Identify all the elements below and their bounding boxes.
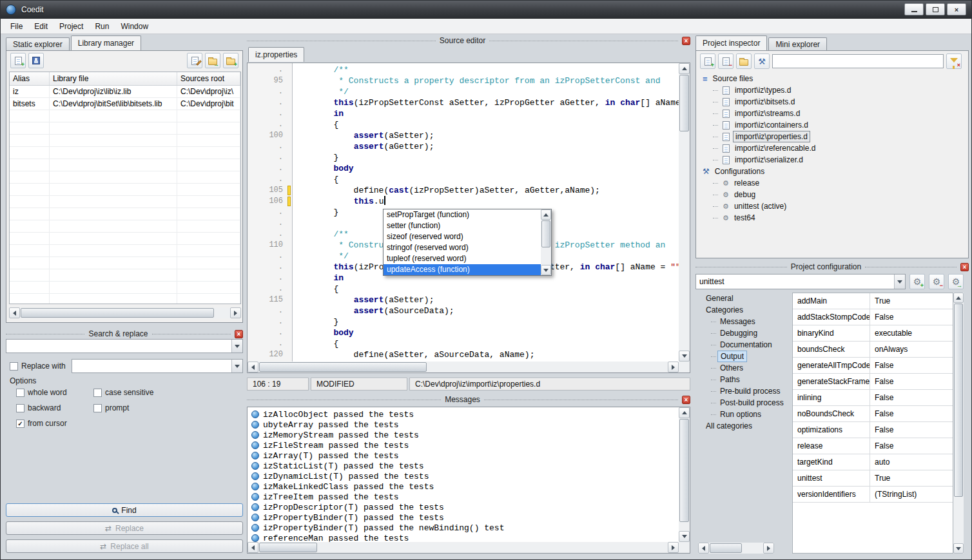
message-row[interactable]: izPropertyBinder(T) passed the newBindin… (251, 523, 679, 533)
message-row[interactable]: referenceMan passed the tests (251, 533, 679, 542)
property-value[interactable]: False (870, 374, 953, 389)
property-row[interactable]: binaryKindexecutable (793, 325, 953, 342)
tree-item-test64[interactable]: ⚙test64 (700, 212, 967, 224)
tree-item-import-iz-serializer-d[interactable]: import\iz\serializer.d (700, 154, 967, 166)
property-row[interactable]: unittestTrue (793, 470, 953, 487)
category-debugging[interactable]: Debugging (697, 327, 791, 339)
close-messages-button[interactable]: × (682, 396, 690, 404)
scroll-left-button[interactable] (248, 542, 258, 553)
category-others[interactable]: Others (697, 362, 791, 374)
completion-item-sizeof-reserved-word[interactable]: sizeof (reserved word) (384, 231, 541, 242)
property-value[interactable]: True (870, 470, 953, 486)
tree-item-import-iz-bitsets-d[interactable]: import\iz\bitsets.d (700, 96, 967, 108)
dropdown-arrow-icon[interactable] (231, 360, 242, 372)
replace-term-combo[interactable] (72, 359, 243, 373)
tree-item-release[interactable]: ⚙release (700, 177, 967, 189)
message-row[interactable]: izFileStream passed the tests (251, 440, 679, 450)
message-row[interactable]: izDynamicList(T) passed the tests (251, 471, 679, 481)
replace-all-button[interactable]: ⇄Replace all (6, 539, 243, 553)
tab-library-manager[interactable]: Library manager (71, 35, 141, 50)
property-row[interactable]: optimizationsFalse (793, 422, 953, 438)
scroll-down-button[interactable] (679, 531, 690, 542)
tab-iz-properties[interactable]: iz.properties (248, 47, 304, 62)
scroll-thumb[interactable] (954, 304, 963, 497)
completion-item-updateaccess-function[interactable]: updateAccess (function) (384, 264, 541, 275)
scroll-track[interactable] (258, 542, 668, 553)
scroll-left-button[interactable] (698, 543, 709, 554)
search-term-combo[interactable] (6, 339, 243, 353)
tree-item-unittest-active[interactable]: ⚙unittest (active) (700, 200, 967, 212)
property-row[interactable]: releaseFalse (793, 438, 953, 454)
messages-vertical-scrollbar[interactable] (679, 407, 690, 542)
scroll-down-button[interactable] (541, 265, 551, 275)
scroll-thumb[interactable] (21, 308, 214, 318)
tree-item-import-iz-types-d[interactable]: import\iz\types.d (700, 84, 967, 96)
scroll-left-button[interactable] (248, 362, 258, 372)
message-row[interactable]: ubyteArray passed the tests (251, 420, 679, 430)
scroll-up-button[interactable] (679, 63, 690, 74)
property-value[interactable]: executable (870, 325, 953, 341)
message-row[interactable]: izTreeItem passed the tests (251, 492, 679, 502)
editor-vertical-scrollbar[interactable] (679, 63, 690, 362)
column-header-sources-root[interactable]: Sources root (177, 72, 240, 85)
menu-file[interactable]: File (5, 19, 28, 34)
tab-static-explorer[interactable]: Static explorer (6, 37, 70, 50)
scroll-left-button[interactable] (9, 307, 20, 318)
remove-source-button[interactable]: − (718, 53, 734, 69)
completion-item-stringof-reserved-word[interactable]: stringof (reserved word) (384, 242, 541, 253)
property-value[interactable]: (TStringList) (870, 487, 953, 502)
scroll-up-button[interactable] (541, 209, 551, 220)
scroll-thumb[interactable] (679, 419, 689, 522)
close-configuration-button[interactable]: × (960, 263, 969, 271)
property-row[interactable]: versionIdentifiers(TStringList) (793, 487, 953, 503)
property-value[interactable]: True (870, 293, 953, 309)
scroll-right-button[interactable] (763, 543, 774, 554)
add-source-button[interactable]: + (700, 53, 715, 69)
message-row[interactable]: izStaticList(T) passed the tests (251, 461, 679, 471)
completion-scrollbar[interactable] (541, 209, 551, 275)
scroll-right-button[interactable] (668, 542, 679, 553)
property-value[interactable]: False (870, 309, 953, 325)
menu-edit[interactable]: Edit (28, 19, 53, 34)
edit-library-button[interactable] (187, 53, 202, 68)
replace-button[interactable]: ⇄Replace (6, 521, 243, 535)
dropdown-arrow-icon[interactable] (231, 340, 242, 352)
tree-item-debug[interactable]: ⚙debug (700, 189, 967, 200)
find-button[interactable]: Find (6, 503, 243, 517)
column-header-library-file[interactable]: Library file (50, 72, 177, 85)
property-grid-scrollbar[interactable] (953, 293, 964, 554)
property-row[interactable]: generateStackFrameFalse (793, 374, 953, 390)
scroll-right-button[interactable] (668, 362, 679, 372)
completion-item-tupleof-reserved-word[interactable]: tupleof (reserved word) (384, 253, 541, 264)
scroll-thumb[interactable] (679, 75, 689, 131)
table-row[interactable]: bitsetsC:\Dev\dproj\bitSet\lib\bitsets.l… (10, 98, 240, 110)
maximize-button[interactable] (926, 3, 945, 15)
category-general[interactable]: General (697, 293, 791, 304)
messages-horizontal-scrollbar[interactable] (248, 542, 679, 553)
property-value[interactable]: False (870, 438, 953, 454)
scroll-up-button[interactable] (953, 293, 964, 303)
new-library-button[interactable]: + (10, 53, 26, 68)
scroll-up-button[interactable] (679, 407, 690, 418)
scroll-track[interactable] (258, 362, 668, 372)
filter-input[interactable] (772, 54, 944, 68)
scroll-thumb[interactable] (710, 543, 742, 553)
category-run-options[interactable]: Run options (697, 409, 791, 420)
dropdown-arrow-icon[interactable] (894, 275, 905, 289)
category-pre-build-process[interactable]: Pre-build process (697, 385, 791, 397)
category-paths[interactable]: Paths (697, 374, 791, 385)
category-post-build-process[interactable]: Post-build process (697, 397, 791, 409)
checkbox-backward[interactable]: backward (16, 403, 61, 413)
tree-item-import-iz-referencable-d[interactable]: import\iz\referencable.d (700, 142, 967, 154)
scroll-thumb[interactable] (259, 362, 427, 372)
scroll-track[interactable] (709, 543, 763, 554)
scroll-thumb[interactable] (541, 220, 550, 247)
library-table-hscrollbar[interactable] (9, 307, 241, 318)
tab-mini-explorer[interactable]: Mini explorer (768, 37, 827, 50)
column-header-alias[interactable]: Alias (10, 72, 50, 85)
code-editor[interactable]: .95....100....105106...110....115....120… (247, 63, 690, 373)
property-value[interactable]: auto (870, 454, 953, 470)
checkbox-prompt[interactable]: prompt (93, 403, 129, 413)
category-categories[interactable]: Categories (697, 304, 791, 316)
category-output[interactable]: Output (697, 351, 791, 362)
